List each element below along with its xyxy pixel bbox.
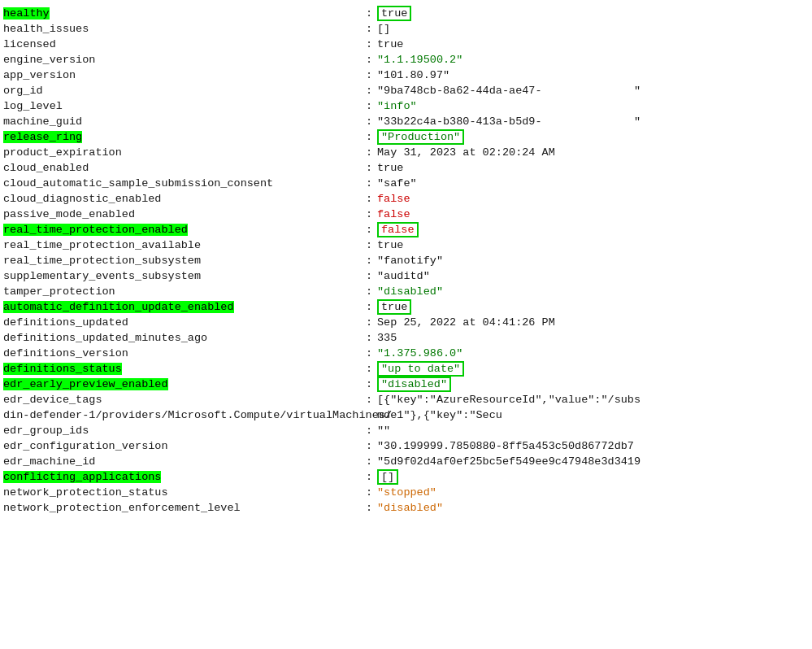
table-row: real_time_protection_available:true bbox=[0, 238, 812, 254]
table-row: supplementary_events_subsystem:"auditd" bbox=[0, 269, 812, 285]
key-label: edr_group_ids bbox=[3, 425, 361, 437]
separator: : bbox=[361, 100, 377, 112]
key-label: machine_guid bbox=[3, 115, 361, 128]
value-boxed: true bbox=[377, 6, 411, 21]
separator: : bbox=[361, 347, 377, 359]
table-row: engine_version:"1.1.19500.2" bbox=[0, 53, 812, 68]
separator: : bbox=[361, 23, 377, 35]
value-label: "fanotify" bbox=[377, 255, 809, 267]
value-label: "auditd" bbox=[377, 270, 809, 282]
separator: : bbox=[361, 394, 377, 406]
separator: : bbox=[361, 363, 377, 375]
separator: : bbox=[361, 208, 377, 220]
separator: : bbox=[361, 85, 377, 97]
key-label: org_id bbox=[3, 85, 361, 97]
value-label: "up to date" bbox=[377, 363, 809, 375]
key-label: din-defender-1/providers/Microsoft.Compu… bbox=[3, 409, 361, 421]
key-label: real_time_protection_available bbox=[3, 239, 361, 251]
key-label: definitions_updated_minutes_ago bbox=[3, 332, 361, 344]
table-row: edr_early_preview_enabled:"disabled" bbox=[0, 377, 812, 393]
highlighted-key: release_ring bbox=[3, 131, 82, 143]
key-label: automatic_definition_update_enabled bbox=[3, 301, 361, 313]
key-label: cloud_enabled bbox=[3, 162, 361, 174]
table-row: licensed:true bbox=[0, 37, 812, 53]
key-label: healthy bbox=[3, 7, 361, 20]
table-row: conflicting_applications:[] bbox=[0, 470, 812, 486]
value-label: false bbox=[377, 208, 809, 220]
table-row: machine_guid:"33b22c4a-b380-413a-b5d9- " bbox=[0, 115, 812, 130]
separator: : bbox=[361, 425, 377, 437]
key-label: edr_early_preview_enabled bbox=[3, 378, 361, 390]
value-label: "1.1.19500.2" bbox=[377, 54, 809, 66]
key-label: cloud_diagnostic_enabled bbox=[3, 193, 361, 205]
key-label: definitions_status bbox=[3, 363, 361, 375]
table-row: network_protection_enforcement_level:"di… bbox=[0, 501, 812, 516]
highlighted-key: conflicting_applications bbox=[3, 471, 161, 483]
key-label: release_ring bbox=[3, 131, 361, 143]
value-label: "5d9f02d4af0ef25bc5ef549ee9c47948e3d3419 bbox=[377, 455, 809, 468]
value-label: "info" bbox=[377, 100, 809, 112]
key-label: licensed bbox=[3, 38, 361, 50]
value-label: true bbox=[377, 7, 809, 20]
key-label: cloud_automatic_sample_submission_consen… bbox=[3, 177, 361, 189]
table-row: edr_configuration_version:"30.199999.785… bbox=[0, 439, 812, 455]
table-row: din-defender-1/providers/Microsoft.Compu… bbox=[0, 408, 812, 424]
value-label: "33b22c4a-b380-413a-b5d9- " bbox=[377, 115, 809, 128]
separator: : bbox=[361, 69, 377, 81]
table-row: edr_machine_id:"5d9f02d4af0ef25bc5ef549e… bbox=[0, 455, 812, 470]
separator: : bbox=[361, 115, 377, 128]
key-label: edr_device_tags bbox=[3, 394, 361, 406]
separator: : bbox=[361, 255, 377, 267]
value-boxed: true bbox=[377, 299, 411, 315]
highlighted-key: automatic_definition_update_enabled bbox=[3, 301, 234, 313]
highlighted-key: edr_early_preview_enabled bbox=[3, 378, 168, 390]
key-label: edr_machine_id bbox=[3, 455, 361, 468]
separator: : bbox=[361, 239, 377, 251]
value-label: true bbox=[377, 38, 809, 50]
key-label: network_protection_status bbox=[3, 486, 361, 499]
table-row: cloud_diagnostic_enabled:false bbox=[0, 192, 812, 207]
value-label: true bbox=[377, 301, 809, 313]
separator: : bbox=[361, 7, 377, 20]
value-label: "" bbox=[377, 425, 809, 437]
key-label: real_time_protection_subsystem bbox=[3, 255, 361, 267]
table-row: edr_group_ids:"" bbox=[0, 424, 812, 439]
key-label: tamper_protection bbox=[3, 285, 361, 298]
separator: : bbox=[361, 332, 377, 344]
table-row: real_time_protection_subsystem:"fanotify… bbox=[0, 254, 812, 269]
key-label: edr_configuration_version bbox=[3, 440, 361, 452]
table-row: definitions_updated_minutes_ago:335 bbox=[0, 331, 812, 346]
value-boxed-green: "up to date" bbox=[377, 361, 464, 377]
value-label: [] bbox=[377, 23, 809, 35]
table-row: healthy:true bbox=[0, 7, 812, 22]
separator: : bbox=[361, 486, 377, 499]
key-label: engine_version bbox=[3, 54, 361, 66]
table-row: org_id:"9ba748cb-8a62-44da-ae47- " bbox=[0, 84, 812, 99]
value-label: May 31, 2023 at 02:20:24 AM bbox=[377, 146, 809, 159]
separator: : bbox=[361, 455, 377, 468]
value-boxed-plain: [] bbox=[377, 469, 398, 485]
separator: : bbox=[361, 471, 377, 483]
value-label: "disabled" bbox=[377, 378, 809, 390]
table-row: release_ring:"Production" bbox=[0, 130, 812, 146]
highlighted-key: healthy bbox=[3, 7, 50, 20]
terminal-window: healthy:truehealth_issues:[]licensed:tru… bbox=[0, 0, 812, 520]
value-label: [{"key":"AzureResourceId","value":"/subs bbox=[377, 394, 809, 406]
value-label: "stopped" bbox=[377, 486, 809, 499]
value-label: 335 bbox=[377, 332, 809, 344]
table-row: cloud_enabled:true bbox=[0, 161, 812, 176]
separator: : bbox=[361, 193, 377, 205]
value-label: "1.375.986.0" bbox=[377, 347, 809, 359]
table-row: definitions_status:"up to date" bbox=[0, 362, 812, 377]
separator: : bbox=[361, 131, 377, 143]
value-label: "Production" bbox=[377, 131, 809, 143]
separator: : bbox=[361, 177, 377, 189]
table-row: health_issues:[] bbox=[0, 22, 812, 37]
table-row: passive_mode_enabled:false bbox=[0, 207, 812, 223]
table-row: tamper_protection:"disabled" bbox=[0, 285, 812, 300]
separator: : bbox=[361, 270, 377, 282]
separator: : bbox=[361, 162, 377, 174]
key-label: app_version bbox=[3, 69, 361, 81]
separator: : bbox=[361, 146, 377, 159]
table-row: network_protection_status:"stopped" bbox=[0, 486, 812, 501]
